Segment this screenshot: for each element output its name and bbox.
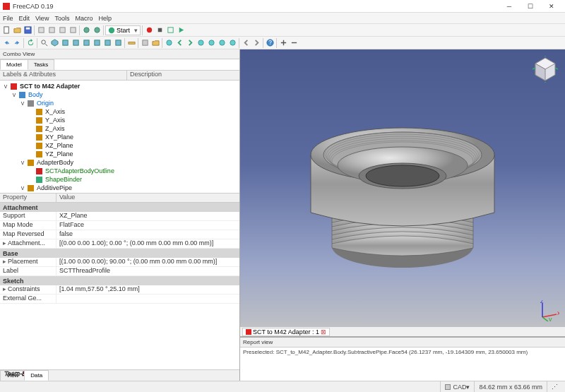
- redo-button[interactable]: [12, 38, 22, 48]
- tb-e[interactable]: [81, 25, 91, 35]
- macro-record-button[interactable]: [144, 25, 154, 35]
- navigation-cube[interactable]: [531, 55, 559, 83]
- link-a-button[interactable]: [196, 38, 206, 48]
- undo-button[interactable]: [1, 38, 11, 48]
- svg-rect-5: [59, 28, 64, 32]
- tb-f[interactable]: [92, 25, 102, 35]
- svg-rect-37: [36, 151, 42, 158]
- prop-row-label[interactable]: LabelSCTThreadProfile: [0, 267, 239, 276]
- view-front-button[interactable]: [60, 38, 70, 48]
- close-tab-icon[interactable]: ⊠: [321, 328, 326, 335]
- measure-button[interactable]: [126, 38, 136, 48]
- tree-node-xy-plane[interactable]: XY_Plane: [0, 133, 239, 141]
- svg-rect-18: [105, 40, 109, 45]
- tree-node-y-axis[interactable]: Y_Axis: [0, 116, 239, 124]
- tree-node-additivepipe[interactable]: vAdditivePipe: [0, 184, 239, 192]
- prop-col-property: Property: [0, 194, 56, 202]
- svg-rect-32: [36, 109, 42, 115]
- minus-button[interactable]: [289, 38, 299, 48]
- 3d-scene[interactable]: x y z: [240, 49, 565, 327]
- prop-section-attachment: Attachment: [0, 203, 239, 212]
- whatsthis-button[interactable]: ?: [265, 38, 275, 48]
- maximize-button[interactable]: ☐: [520, 0, 541, 13]
- prop-row-external-ge-[interactable]: External Ge...: [0, 295, 239, 304]
- macro-play-button[interactable]: [176, 25, 186, 35]
- tree-node-z-axis[interactable]: Z_Axis: [0, 124, 239, 133]
- svg-point-26: [230, 40, 234, 45]
- tab-tasks[interactable]: Tasks: [28, 59, 54, 70]
- tree-node-xz-plane[interactable]: XZ_Plane: [0, 141, 239, 150]
- sel-back-button[interactable]: [241, 38, 251, 48]
- 3d-viewport[interactable]: x y z SCT to M42 Adapter : 1 ⊠: [240, 49, 565, 337]
- tb-a[interactable]: [36, 25, 46, 35]
- tree-node-sctadapterbodyoutline[interactable]: SCTAdapterBodyOutline: [0, 167, 239, 175]
- model-tree[interactable]: vSCT to M42 AdaptervBodyvOriginX_AxisY_A…: [0, 81, 239, 194]
- fit-all-button[interactable]: [39, 38, 49, 48]
- part-button[interactable]: [140, 38, 150, 48]
- svg-rect-36: [36, 143, 42, 149]
- tree-node-yz-plane[interactable]: YZ_Plane: [0, 150, 239, 158]
- refresh-button[interactable]: [25, 38, 35, 48]
- view-left-button[interactable]: [113, 38, 123, 48]
- tb-d[interactable]: [68, 25, 78, 35]
- view-top-button[interactable]: [71, 38, 81, 48]
- prop-row-map-reversed[interactable]: Map Reversedfalse: [0, 230, 239, 239]
- prop-row-support[interactable]: SupportXZ_Plane: [0, 212, 239, 221]
- macro-list-button[interactable]: [165, 25, 175, 35]
- link-c-button[interactable]: [217, 38, 227, 48]
- tb-b[interactable]: [47, 25, 56, 35]
- app-title: FreeCAD 0.19: [13, 3, 499, 10]
- tree-col-labels: Labels & Attributes: [0, 71, 127, 80]
- menu-view[interactable]: View: [35, 15, 49, 22]
- tree-node-adapterbody[interactable]: vAdapterBody: [0, 158, 239, 167]
- close-button[interactable]: ✕: [541, 0, 562, 13]
- tab-view[interactable]: View: [0, 370, 25, 381]
- view-right-button[interactable]: [81, 38, 91, 48]
- workbench-label: Start: [117, 27, 130, 34]
- menu-help[interactable]: Help: [98, 15, 112, 22]
- prop-row-placement[interactable]: ▸Placement[(1.00 0.00 0.00); 90.00 °; (0…: [0, 258, 239, 267]
- prop-row-attachment-[interactable]: ▸Attachment...[(0.00 0.00 1.00); 0.00 °;…: [0, 239, 239, 249]
- link-d-button[interactable]: [227, 38, 237, 48]
- tree-node-shapebinder[interactable]: ShapeBinder: [0, 175, 239, 184]
- tree-col-desc: Description: [127, 71, 239, 80]
- tb-c[interactable]: [57, 25, 67, 35]
- tab-model[interactable]: Model: [0, 59, 28, 70]
- tree-node-x-axis[interactable]: X_Axis: [0, 107, 239, 116]
- save-button[interactable]: [23, 25, 32, 35]
- prop-row-map-mode[interactable]: Map ModeFlatFace: [0, 221, 239, 230]
- nav-style[interactable]: CAD ▾: [440, 381, 474, 392]
- svg-rect-31: [28, 100, 34, 107]
- group-button[interactable]: [150, 38, 160, 48]
- view-rear-button[interactable]: [92, 38, 102, 48]
- tree-node-body[interactable]: vBody: [0, 90, 239, 99]
- link-make-button[interactable]: [164, 38, 174, 48]
- status-resize-grip[interactable]: ⋰: [547, 381, 562, 392]
- nav-fwd-button[interactable]: [185, 38, 195, 48]
- new-doc-button[interactable]: [1, 25, 11, 35]
- workbench-selector[interactable]: Start ▾: [105, 25, 141, 35]
- viewport-tabs: SCT to M42 Adapter : 1 ⊠: [240, 327, 565, 337]
- sel-fwd-button[interactable]: [251, 38, 261, 48]
- menu-tools[interactable]: Tools: [54, 15, 69, 22]
- tab-data[interactable]: Data: [24, 370, 49, 381]
- menu-file[interactable]: File: [3, 15, 13, 22]
- svg-rect-29: [11, 83, 17, 90]
- prop-row-constraints[interactable]: ▸Constraints[1.04 mm,57.50 °,25.10 mm]: [0, 285, 239, 295]
- link-b-button[interactable]: [206, 38, 216, 48]
- report-view-content[interactable]: Preselected: SCT_to_M42_Adapter.Body.Sub…: [240, 348, 565, 381]
- viewport-tab-doc[interactable]: SCT to M42 Adapter : 1 ⊠: [242, 328, 330, 336]
- macro-stop-button[interactable]: [155, 25, 165, 35]
- svg-rect-0: [4, 27, 8, 33]
- property-grid[interactable]: AttachmentSupportXZ_PlaneMap ModeFlatFac…: [0, 203, 239, 369]
- view-bottom-button[interactable]: [102, 38, 112, 48]
- minimize-button[interactable]: ─: [499, 0, 520, 13]
- tree-node-origin[interactable]: vOrigin: [0, 99, 239, 107]
- menu-macro[interactable]: Macro: [75, 15, 93, 22]
- menu-edit[interactable]: Edit: [19, 15, 30, 22]
- plus-button[interactable]: [278, 38, 288, 48]
- view-iso-button[interactable]: [49, 38, 59, 48]
- tree-node-sct-to-m42-adapter[interactable]: vSCT to M42 Adapter: [0, 82, 239, 90]
- open-button[interactable]: [12, 25, 22, 35]
- nav-back-button[interactable]: [174, 38, 184, 48]
